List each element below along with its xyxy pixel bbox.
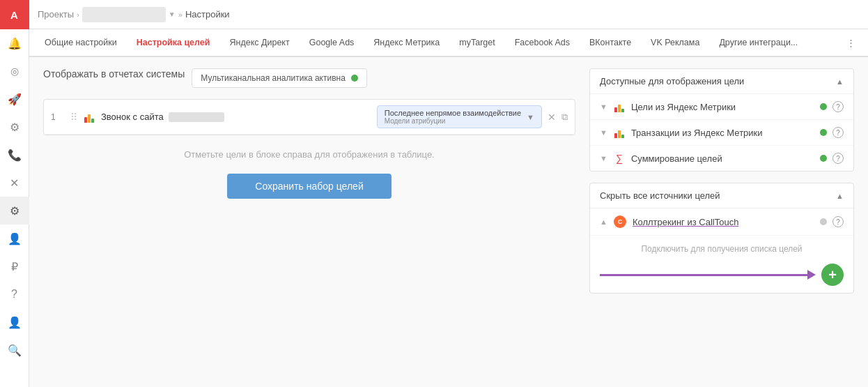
available-goals-section: Доступные для отображения цели ▲ ▼ Цели … — [589, 68, 854, 172]
sidebar-item-person[interactable]: 👤 — [0, 225, 29, 252]
sidebar-item-tools[interactable]: ✕ — [0, 169, 29, 197]
calltouch-help-icon[interactable]: ? — [832, 216, 844, 227]
hint-text: Отметьте цели в блоке справа для отображ… — [43, 149, 575, 160]
ym-goals-dot — [820, 103, 827, 110]
hide-sources-title: Скрыть все источники целей — [600, 190, 720, 201]
tab-google-ads[interactable]: Google Ads — [300, 29, 364, 57]
rocket-icon: 🚀 — [8, 93, 22, 106]
breadcrumb-arrow2: » — [178, 10, 183, 19]
goal-copy-icon[interactable]: ⧉ — [561, 112, 568, 123]
connect-hint: Подключить для получения списка целей — [590, 236, 853, 259]
help-icon: ? — [11, 288, 17, 301]
multichannel-label: Мультиканальная аналитика активна — [201, 73, 346, 83]
tab-mytarget[interactable]: myTarget — [449, 29, 504, 57]
sidebar-item-user[interactable]: 👤 — [0, 308, 29, 336]
sidebar-item-phone[interactable]: 📞 — [0, 141, 29, 169]
available-goals-title: Доступные для отображения цели — [600, 76, 744, 86]
ct-logo-icon: C — [614, 215, 626, 228]
goal-delete-icon[interactable]: ✕ — [548, 112, 556, 123]
tab-yandex-metrika[interactable]: Яндекс Метрика — [364, 29, 449, 57]
user-avatar[interactable]: A — [0, 0, 29, 29]
ym-trans-bar-icon — [613, 126, 626, 139]
breadcrumb-arrow1: › — [77, 10, 79, 19]
ym-trans-help-icon[interactable]: ? — [832, 127, 844, 138]
breadcrumb-settings[interactable]: Настройки — [185, 9, 230, 20]
ym-trans-name: Транзакции из Яндекс Метрики — [631, 128, 814, 138]
ym-trans-chevron-icon[interactable]: ▼ — [600, 128, 607, 137]
ym-trans-dot — [820, 129, 827, 136]
tab-vkontakte[interactable]: ВКонтакте — [580, 29, 641, 57]
sum-goals-name: Суммирование целей — [631, 153, 814, 164]
calltouch-service-icon: C — [613, 215, 627, 229]
available-goals-toggle-icon: ▲ — [836, 77, 844, 86]
content-area: Отображать в отчетах системы Мультиканал… — [29, 57, 868, 387]
breadcrumb-projects[interactable]: Проекты — [38, 9, 74, 20]
sidebar-item-settings1[interactable]: ⚙ — [0, 113, 29, 141]
topbar: Проекты › ▼ » Настройки — [29, 0, 868, 29]
analytics-icon: ◎ — [10, 66, 19, 77]
ym-goals-bar-icon — [613, 100, 626, 113]
attribution-label: Последнее непрямое взаимодействие — [385, 109, 521, 117]
goal-number: 1 — [51, 112, 65, 122]
tab-yandex-direct[interactable]: Яндекс Директ — [220, 29, 300, 57]
user-circle-icon: 👤 — [8, 316, 22, 329]
sum-goals-help-icon[interactable]: ? — [832, 153, 844, 164]
settings-icon: ⚙ — [10, 121, 20, 134]
arrow-head-icon — [807, 270, 816, 280]
phone-icon: 📞 — [8, 149, 22, 162]
person-icon: 👤 — [8, 232, 22, 245]
tab-more-button[interactable]: ⋮ — [839, 29, 862, 56]
hide-sources-header[interactable]: Скрыть все источники целей ▲ — [590, 183, 853, 208]
goal-bar-icon — [83, 111, 95, 123]
sidebar-item-search[interactable]: 🔍 — [0, 336, 29, 364]
hide-sources-toggle-icon: ▲ — [836, 192, 844, 200]
tab-other[interactable]: Другие интеграци... — [709, 29, 807, 57]
tools-icon: ✕ — [10, 176, 19, 190]
gear-active-icon: ⚙ — [10, 204, 20, 218]
ym-goals-help-icon[interactable]: ? — [832, 101, 844, 112]
attribution-chevron-icon: ▼ — [527, 113, 534, 121]
sidebar-item-analytics[interactable]: ◎ — [0, 57, 29, 85]
calltouch-chevron-icon[interactable]: ▲ — [600, 218, 607, 226]
sidebar-item-rocket[interactable]: 🚀 — [0, 85, 29, 113]
right-goal-row-ym: ▼ Цели из Яндекс Метрики ? — [590, 94, 853, 120]
calltouch-name[interactable]: Коллтрекинг из CallTouch — [633, 217, 814, 227]
sum-goals-chevron-icon[interactable]: ▼ — [600, 154, 607, 162]
breadcrumb: Проекты › ▼ » Настройки — [38, 7, 230, 22]
sidebar-item-gear-active[interactable]: ⚙ — [0, 197, 29, 225]
multichannel-badge[interactable]: Мультиканальная аналитика активна — [192, 68, 367, 88]
sidebar-item-ruble[interactable]: ₽ — [0, 252, 29, 280]
sum-goals-icon: ∑ — [613, 152, 626, 165]
multichannel-dot — [351, 75, 358, 82]
tabs-bar: Общие настройки Настройка целей Яндекс Д… — [29, 29, 868, 57]
save-button[interactable]: Сохранить набор целей — [227, 174, 391, 199]
multichannel-row: Отображать в отчетах системы Мультиканал… — [43, 68, 575, 88]
goal-name-blur — [169, 112, 224, 122]
add-button[interactable]: + — [821, 264, 844, 286]
goal-name: Звонок с сайта — [101, 112, 371, 123]
goal-attribution-dropdown[interactable]: Последнее непрямое взаимодействие Модели… — [377, 105, 542, 128]
breadcrumb-dropdown[interactable]: ▼ — [169, 10, 176, 18]
breadcrumb-project-name — [82, 7, 166, 22]
sidebar-item-notifications[interactable]: 🔔 — [0, 29, 29, 57]
sum-icon: ∑ — [613, 152, 626, 165]
ym-goals-name: Цели из Яндекс Метрики — [631, 102, 814, 112]
table-row: 1 ⠿ Звонок с сайта — [44, 100, 575, 135]
add-row: + — [590, 259, 853, 293]
right-goal-row-ym-trans: ▼ Транзакции из Яндекс Метрики ? — [590, 120, 853, 146]
tab-facebook-ads[interactable]: Facebook Ads — [505, 29, 580, 57]
tab-vk-reklama[interactable]: VK Реклама — [641, 29, 709, 57]
calltouch-row: ▲ C Коллтрекинг из CallTouch ? — [590, 208, 853, 236]
main-area: Проекты › ▼ » Настройки Общие настройки … — [29, 0, 868, 387]
left-panel: Отображать в отчетах системы Мультиканал… — [43, 68, 575, 376]
drag-handle-icon[interactable]: ⠿ — [70, 112, 77, 123]
ym-goals-chevron-icon[interactable]: ▼ — [600, 103, 607, 111]
available-goals-header[interactable]: Доступные для отображения цели ▲ — [590, 69, 853, 94]
tab-general[interactable]: Общие настройки — [35, 29, 127, 57]
calltouch-dot — [820, 218, 827, 225]
sidebar: A 🔔 ◎ 🚀 ⚙ 📞 ✕ ⚙ 👤 ₽ ? 👤 🔍 — [0, 0, 29, 387]
sum-goals-dot — [820, 155, 827, 162]
ruble-icon: ₽ — [11, 260, 18, 273]
sidebar-item-help[interactable]: ? — [0, 280, 29, 308]
tab-goals[interactable]: Настройка целей — [127, 29, 220, 57]
